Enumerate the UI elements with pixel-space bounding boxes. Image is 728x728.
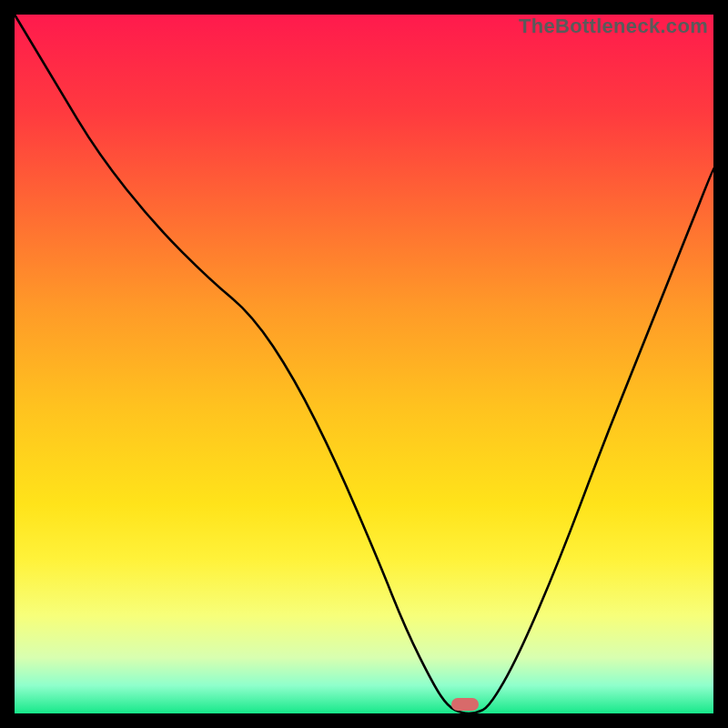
curve-svg [15,15,713,713]
chart-frame: TheBottleneck.com [0,0,728,728]
bottleneck-curve [15,15,713,713]
optimum-marker [451,698,479,711]
plot-area: TheBottleneck.com [15,15,713,713]
